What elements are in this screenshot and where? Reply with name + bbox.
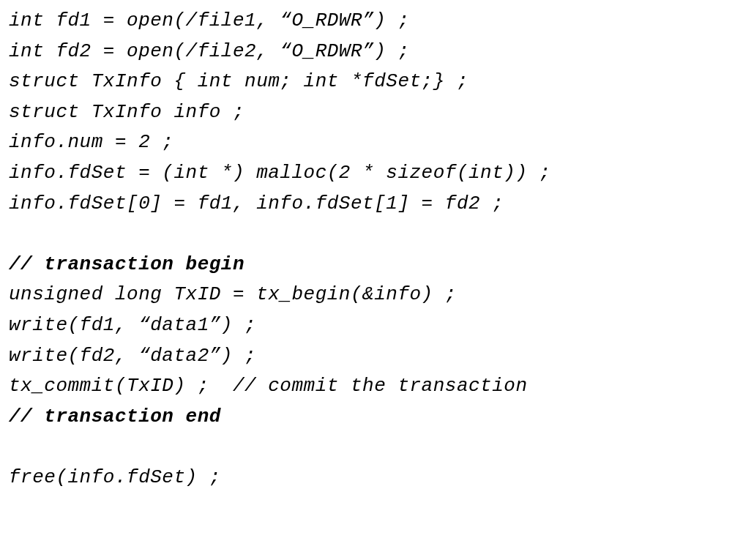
code-line-2: int fd2 = open(/file2, “O_RDWR”) ;	[9, 37, 723, 67]
code-block: int fd1 = open(/file1, “O_RDWR”) ; int f…	[9, 6, 723, 493]
code-line-6: info.fdSet = (int *) malloc(2 * sizeof(i…	[9, 158, 723, 189]
code-line-3: struct TxInfo { int num; int *fdSet;} ;	[9, 67, 723, 97]
code-line-7: info.fdSet[0] = fd1, info.fdSet[1] = fd2…	[9, 189, 723, 220]
code-line-16: free(info.fdSet) ;	[9, 463, 723, 493]
code-line-1: int fd1 = open(/file1, “O_RDWR”) ;	[9, 6, 723, 37]
code-line-9-comment: // transaction begin	[9, 250, 723, 280]
code-line-12: write(fd2, “data2”) ;	[9, 341, 723, 372]
code-line-10: unsigned long TxID = tx_begin(&info) ;	[9, 280, 723, 310]
code-line-5: info.num = 2 ;	[9, 127, 723, 158]
blank-line-2	[9, 432, 723, 463]
code-line-11: write(fd1, “data1”) ;	[9, 310, 723, 341]
code-line-14-comment: // transaction end	[9, 402, 723, 433]
blank-line-1	[9, 219, 723, 250]
code-line-4: struct TxInfo info ;	[9, 97, 723, 128]
code-line-13: tx_commit(TxID) ; // commit the transact…	[9, 371, 723, 402]
